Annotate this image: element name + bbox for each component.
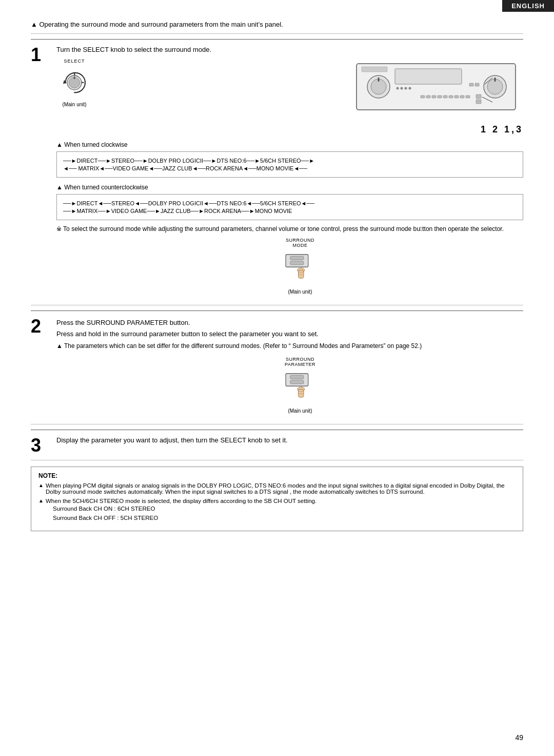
svg-rect-41 — [290, 380, 304, 383]
ccw-jazzclub-label: JAZZ CLUB — [161, 208, 191, 214]
cw-arrb2: ◄── — [148, 165, 162, 171]
svg-rect-34 — [290, 261, 304, 265]
surround-mode-diagram: SURROUND MODE (Main unit) — [77, 238, 523, 295]
clockwise-section: When turned clockwise ──► DIRECT ──► STE… — [56, 141, 523, 178]
svg-rect-3 — [74, 76, 75, 79]
svg-rect-23 — [443, 95, 447, 98]
ccw-matrix-label: MATRIX — [76, 208, 97, 214]
svg-rect-17 — [469, 83, 473, 86]
cw-arrb3: ◄── — [192, 165, 206, 171]
asterisk-note: ※ To select the surround mode while adju… — [56, 225, 523, 232]
cw-arr5: ──► — [301, 158, 314, 164]
ccw-stereo-label: STEREO — [111, 200, 134, 206]
step3-text: Display the parameter you want to adjust… — [56, 436, 523, 444]
cw-rockarena-label: ROCK ARENA — [206, 165, 243, 171]
ccw-arr0: ──► — [63, 200, 76, 206]
ccw-arr3: ◄── — [203, 200, 216, 206]
cw-56ch-label: 5/6CH STEREO — [260, 158, 301, 164]
step2-body: Press the SURROUND PARAMETER button. Pre… — [56, 317, 523, 352]
step1-title: Turn the SELECT knob to select the surro… — [56, 46, 523, 53]
select-knob-icon — [56, 65, 92, 101]
ccw-arrb2: ──► — [147, 208, 160, 214]
svg-rect-16 — [494, 77, 496, 82]
clockwise-title: When turned clockwise — [56, 141, 523, 148]
ccw-arr2: ◄── — [134, 200, 148, 206]
svg-rect-43 — [299, 389, 304, 397]
svg-rect-19 — [421, 95, 425, 98]
ccw-arrb4: ──► — [241, 208, 254, 214]
step3-section: 3 Display the parameter you want to adju… — [31, 430, 523, 455]
step2-number: 2 — [31, 317, 47, 336]
main-unit-label1: (Main unit) — [62, 102, 86, 107]
note-section: NOTE: When playing PCM digital signals o… — [31, 467, 523, 532]
svg-point-10 — [409, 87, 411, 90]
ccw-dolby-label: DOLBY PRO LOGICII — [148, 200, 203, 206]
counterclockwise-title: When turned counterclockwise — [56, 184, 523, 191]
step3-number: 3 — [31, 436, 47, 455]
step2-line2: Press and hold in the surround parameter… — [56, 328, 523, 340]
step3-content: Display the parameter you want to adjust… — [56, 436, 523, 444]
note-item2: When the 5CH/6CH STEREO mode is selected… — [38, 498, 516, 523]
step1-content: Turn the SELECT knob to select the surro… — [56, 46, 523, 300]
ccw-rockarena-label: ROCK ARENA — [204, 208, 241, 214]
ccw-56ch-label: 5/6CH STEREO — [260, 200, 301, 206]
step2-section: 2 Press the SURROUND PARAMETER button. P… — [31, 311, 523, 419]
svg-rect-5 — [362, 67, 387, 72]
svg-rect-29 — [476, 100, 481, 104]
main-unit-label2: (Main unit) — [288, 289, 312, 295]
svg-rect-6 — [395, 69, 462, 84]
ccw-matrix-arr: ──► — [63, 208, 76, 214]
svg-rect-26 — [460, 95, 464, 98]
step1-numbers: 1 2 1,3 — [481, 124, 523, 135]
receiver-diagram-icon — [349, 59, 523, 120]
ccw-arr4: ◄── — [247, 200, 260, 206]
svg-rect-33 — [290, 256, 304, 260]
cw-arrb4: ◄── — [243, 165, 256, 171]
svg-point-8 — [401, 87, 403, 90]
cw-arr3: ──► — [203, 158, 216, 164]
svg-rect-13 — [378, 77, 380, 82]
cw-jazzclub-label: JAZZ CLUB — [162, 165, 192, 171]
surround-mode-button-icon — [282, 250, 318, 286]
ccw-arr1: ◄── — [97, 200, 111, 206]
cw-direct: ──► — [63, 158, 76, 164]
cw-videogame-label: VIDEO GAME — [113, 165, 149, 171]
cw-arrb5: ◄── — [293, 165, 307, 171]
main-unit-label3: (Main unit) — [288, 408, 312, 414]
surround-mode-label: SURROUND MODE — [286, 238, 314, 248]
cw-arrb1: ◄── — [99, 165, 112, 171]
svg-rect-28 — [476, 94, 481, 99]
ccw-monomovie-label: MONO MOVIE — [255, 208, 292, 214]
ccw-arr5: ◄── — [301, 200, 314, 206]
svg-rect-36 — [299, 270, 304, 278]
counterclockwise-flow: ──► DIRECT ◄── STEREO ◄── DOLBY PRO LOGI… — [56, 194, 523, 220]
svg-rect-25 — [454, 95, 459, 98]
svg-point-9 — [405, 87, 407, 90]
svg-rect-22 — [438, 95, 442, 98]
surround-param-diagram: SURROUND PARAMETER (Main unit) — [77, 357, 523, 414]
ccw-videogame-label: VIDEO GAME — [111, 208, 147, 214]
cw-stereo-label: STEREO — [111, 158, 134, 164]
cw-arr4: ──► — [247, 158, 260, 164]
svg-rect-40 — [290, 375, 304, 379]
cw-direct-label: DIRECT — [76, 158, 97, 164]
svg-rect-18 — [475, 83, 479, 86]
cw-dts-label: DTS NEO:6 — [217, 158, 247, 164]
cw-matrix-label: ◄── MATRIX — [63, 165, 99, 171]
step2-line1: Press the SURROUND PARAMETER button. — [56, 317, 523, 328]
intro-text: ▲ Operating the surround mode and surrou… — [31, 21, 523, 28]
knob-label: SELECT — [64, 59, 85, 64]
cw-dolby-label: DOLBY PRO LOGICII — [148, 158, 203, 164]
ccw-arrb3: ──► — [191, 208, 204, 214]
language-tab: ENGLISH — [502, 0, 554, 12]
step1-section: 1 Turn the SELECT knob to select the sur… — [31, 39, 523, 300]
svg-rect-21 — [432, 95, 436, 98]
svg-point-7 — [397, 87, 399, 90]
clockwise-flow: ──► DIRECT ──► STEREO ──► DOLBY PRO LOGI… — [56, 151, 523, 178]
step2-content: Press the SURROUND PARAMETER button. Pre… — [56, 317, 523, 419]
cw-monomovie-label: MONO MOVIE — [256, 165, 294, 171]
counterclockwise-section: When turned counterclockwise ──► DIRECT … — [56, 184, 523, 220]
cw-arr1: ──► — [97, 158, 111, 164]
ccw-arrb1: ──► — [97, 208, 111, 214]
svg-rect-20 — [426, 95, 430, 98]
